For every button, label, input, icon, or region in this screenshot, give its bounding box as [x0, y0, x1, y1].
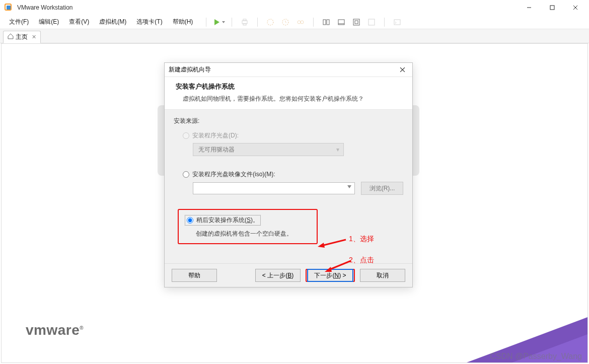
annotation-1: 1、选择 — [349, 235, 374, 244]
menu-view[interactable]: 查看(V) — [64, 16, 94, 28]
chevron-down-icon: ▾ — [336, 146, 339, 153]
svg-rect-3 — [550, 6, 554, 10]
option-iso-file[interactable]: 安装程序光盘映像文件(iso)(M): — [183, 170, 403, 179]
dialog-titlebar: 新建虚拟机向导 — [165, 63, 412, 77]
console-icon[interactable] — [335, 17, 348, 28]
tab-close-icon[interactable]: ✕ — [32, 34, 36, 40]
maximize-button[interactable] — [541, 0, 564, 15]
dialog-subheading: 虚拟机如同物理机，需要操作系统。您将如何安装客户机操作系统？ — [183, 94, 401, 103]
help-button[interactable]: 帮助 — [172, 269, 217, 282]
power-on-icon[interactable] — [212, 17, 226, 28]
thumbnail-icon[interactable] — [320, 17, 333, 28]
dialog-title: 新建虚拟机向导 — [169, 65, 211, 74]
svg-point-12 — [298, 21, 301, 24]
iso-path-combo[interactable] — [193, 182, 355, 194]
menu-bar: 文件(F) 编辑(E) 查看(V) 虚拟机(M) 选项卡(T) 帮助(H) — [0, 15, 589, 29]
svg-rect-20 — [369, 19, 375, 25]
option-installer-disc[interactable]: 安装程序光盘(D): — [183, 131, 403, 140]
annotation-arrow-1 — [317, 237, 347, 249]
annotation-2: 2、点击 — [349, 256, 374, 265]
svg-rect-19 — [355, 21, 358, 24]
minimize-button[interactable] — [518, 0, 541, 15]
unity-icon[interactable] — [365, 17, 378, 28]
manage-snapshots-icon[interactable] — [294, 17, 307, 28]
svg-rect-15 — [327, 20, 329, 25]
watermark: CSDN @Passerby_Wang — [490, 352, 582, 361]
dialog-footer: 帮助 < 上一步(B) 下一步(N) > 取消 — [165, 263, 412, 287]
svg-rect-1 — [7, 6, 11, 10]
svg-point-13 — [301, 21, 304, 24]
install-source-label: 安装来源: — [174, 117, 403, 125]
svg-rect-9 — [243, 24, 246, 25]
new-vm-wizard-dialog: 新建虚拟机向导 安装客户机操作系统 虚拟机如同物理机，需要操作系统。您将如何安装… — [164, 62, 413, 287]
revert-icon[interactable] — [279, 17, 292, 28]
option-install-later[interactable]: 稍后安装操作系统(S)。 — [185, 215, 261, 226]
radio-installer-disc — [183, 132, 189, 139]
title-bar: VMware Workstation — [0, 0, 589, 15]
back-button[interactable]: < 上一步(B) — [255, 269, 301, 282]
menu-help[interactable]: 帮助(H) — [168, 16, 198, 28]
svg-line-26 — [329, 261, 351, 270]
tab-strip: 主页 ✕ — [0, 29, 589, 43]
app-title: VMware Workstation — [17, 4, 72, 11]
cancel-button[interactable]: 取消 — [360, 269, 405, 282]
menu-tabs[interactable]: 选项卡(T) — [131, 16, 167, 28]
option-install-later-highlight: 稍后安装操作系统(S)。 创建的虚拟机将包含一个空白硬盘。 — [178, 209, 318, 244]
menu-edit[interactable]: 编辑(E) — [34, 16, 64, 28]
menu-vm[interactable]: 虚拟机(M) — [94, 16, 131, 28]
svg-marker-25 — [318, 243, 325, 248]
vmware-logo: vmware® — [26, 322, 84, 338]
svg-marker-6 — [214, 19, 219, 25]
window-controls — [518, 0, 587, 15]
svg-rect-14 — [323, 20, 326, 25]
app-logo-icon — [4, 3, 13, 12]
dialog-body: 安装来源: 安装程序光盘(D): 无可用驱动器 ▾ 安装程序光盘映像文件(iso… — [165, 110, 412, 263]
chevron-down-icon — [347, 185, 351, 188]
tab-home-label: 主页 — [16, 33, 28, 41]
print-icon[interactable] — [238, 17, 251, 28]
snapshot-icon[interactable] — [264, 17, 277, 28]
terminal-icon[interactable] — [391, 17, 404, 28]
dialog-header: 安装客户机操作系统 虚拟机如同物理机，需要操作系统。您将如何安装客户机操作系统？ — [165, 77, 412, 110]
svg-line-24 — [322, 240, 346, 246]
svg-rect-21 — [394, 20, 400, 25]
svg-rect-8 — [243, 19, 246, 21]
install-later-desc: 创建的虚拟机将包含一个空白硬盘。 — [196, 230, 311, 238]
fullscreen-icon[interactable] — [350, 17, 363, 28]
radio-iso-file[interactable] — [183, 171, 189, 178]
dialog-heading: 安装客户机操作系统 — [176, 82, 401, 91]
menu-file[interactable]: 文件(F) — [4, 16, 34, 28]
tab-home[interactable]: 主页 ✕ — [3, 31, 41, 43]
annotation-arrow-2 — [323, 259, 353, 273]
browse-button[interactable]: 浏览(R)... — [361, 182, 403, 195]
radio-install-later[interactable] — [187, 217, 193, 224]
svg-marker-27 — [325, 267, 332, 272]
home-icon — [8, 33, 14, 41]
close-button[interactable] — [564, 0, 587, 15]
disc-drive-combo: 无可用驱动器 ▾ — [193, 143, 344, 156]
dialog-close-button[interactable] — [396, 64, 408, 76]
svg-point-10 — [267, 19, 273, 25]
svg-rect-7 — [242, 21, 247, 24]
svg-rect-18 — [353, 19, 359, 25]
